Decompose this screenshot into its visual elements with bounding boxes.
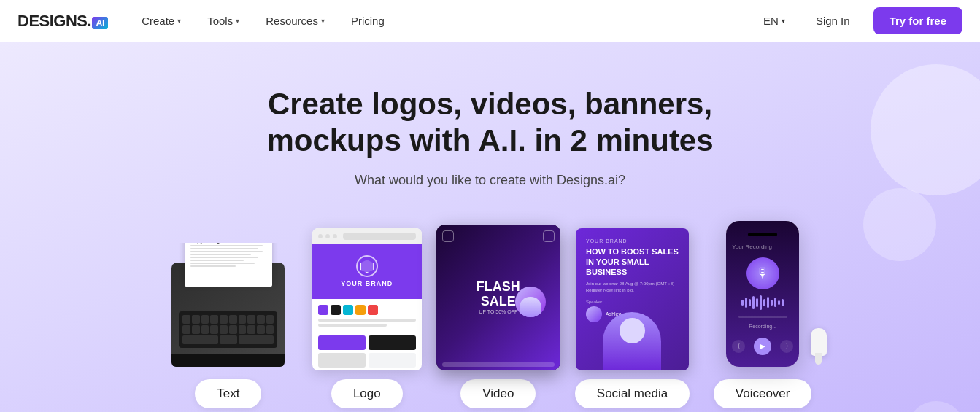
nav-resources[interactable]: Resources ▾: [255, 9, 335, 33]
brand-icon: [356, 255, 378, 277]
brand-icon-inner: [360, 260, 374, 273]
paper-lines: [190, 245, 266, 267]
mic-icon: 🎙: [756, 265, 769, 281]
browser-dot-2: [325, 234, 330, 238]
brand-name-text: YOUR BRAND: [341, 280, 393, 287]
swatch-dark: [331, 305, 341, 315]
hero-subtitle: What would you like to create with Desig…: [355, 173, 625, 188]
wave-5: [756, 298, 758, 307]
phone-forward-btn[interactable]: ⟩: [780, 340, 793, 353]
wave-3: [749, 299, 751, 306]
wave-7: [763, 299, 765, 306]
browser-bar: [312, 228, 422, 244]
brand-grid: [318, 335, 416, 368]
brand-lower: [312, 299, 422, 370]
phone-screen: Your Recording 🎙: [726, 221, 799, 367]
grid-item-purple: [318, 335, 366, 350]
hero-section: Create logos, videos, banners, mockups w…: [0, 42, 980, 412]
logo[interactable]: DESIGNS.AI: [18, 12, 108, 31]
hero-title: Create logos, videos, banners, mockups w…: [206, 86, 775, 160]
create-chevron-icon: ▾: [177, 17, 181, 25]
tablet-icon-left: [442, 230, 454, 242]
phone-play-btn[interactable]: ▶: [754, 338, 771, 355]
tools-chevron-icon: ▾: [236, 17, 239, 25]
logo-card-item: YOUR BRAND: [312, 228, 422, 408]
text-card-button[interactable]: Text: [195, 379, 261, 408]
logo-card-button[interactable]: Logo: [331, 379, 403, 408]
flash-line2: SALE: [477, 295, 520, 309]
nav-tools[interactable]: Tools ▾: [197, 9, 250, 33]
grid-item-dark: [369, 335, 416, 350]
social-person-bg: [603, 312, 661, 370]
phone-rec-label: Recording...: [749, 324, 776, 329]
nav-pricing[interactable]: Pricing: [341, 9, 395, 33]
wave-12: [782, 299, 784, 306]
flash-sub: UP TO 50% OFF: [477, 309, 520, 314]
airpod-body: [811, 328, 827, 356]
phone-back-btn[interactable]: ⟨: [732, 340, 745, 353]
social-card-button[interactable]: Social media: [575, 379, 690, 408]
browser-dot-1: [318, 234, 323, 238]
video-card-button[interactable]: Video: [460, 379, 536, 408]
text-card-item: Copywriting: [159, 243, 298, 408]
logo-card-image: YOUR BRAND: [312, 228, 422, 370]
nav-right: EN ▾ Sign In Try for free: [756, 7, 962, 34]
wave-8: [767, 297, 769, 308]
grid-item-light: [318, 353, 366, 368]
wave-1: [741, 300, 744, 306]
airpod-stem: [815, 353, 822, 365]
address-bar: [343, 233, 416, 240]
social-card-item: YOUR BRAND HOW TO BOOST SALES IN YOUR SM…: [575, 228, 690, 408]
play-icon: ▶: [760, 342, 765, 350]
flash-sale-content: FLASH SALE UP TO 50% OFF: [477, 280, 520, 314]
wave-6: [760, 295, 762, 310]
color-swatches: [318, 305, 416, 315]
swatch-red: [368, 305, 378, 315]
deco-circle: [907, 401, 965, 412]
flash-line1: FLASH: [477, 280, 520, 295]
phone-controls: ⟨ ▶ ⟩: [732, 338, 793, 355]
phone-status: Your Recording: [732, 244, 772, 250]
back-icon: ⟨: [738, 343, 740, 349]
phone-body: Your Recording 🎙: [726, 221, 799, 367]
typewriter-base: [171, 354, 285, 366]
swatch-amber: [355, 305, 366, 315]
phone-mic-circle: 🎙: [746, 257, 779, 289]
forward-icon: ⟩: [786, 343, 788, 349]
social-card-image: YOUR BRAND HOW TO BOOST SALES IN YOUR SM…: [576, 228, 689, 370]
logo-ai-badge: AI: [92, 17, 108, 29]
tablet-screen: FLASH SALE UP TO 50% OFF: [436, 225, 560, 370]
voiceover-card-button[interactable]: Voiceover: [714, 379, 812, 408]
voiceover-card-image: Your Recording 🎙: [704, 217, 821, 370]
brand-text-lines: [318, 319, 416, 329]
sign-in-button[interactable]: Sign In: [804, 9, 862, 33]
grid-item-lighter: [369, 353, 416, 368]
phone-progress: [738, 316, 787, 318]
wave-9: [771, 300, 773, 306]
logo-text-designs: DESIGNS.: [18, 12, 91, 30]
lang-chevron-icon: ▾: [782, 17, 785, 25]
wave-2: [745, 298, 747, 308]
nav-links: Create ▾ Tools ▾ Resources ▾ Pricing: [131, 9, 756, 33]
resources-chevron-icon: ▾: [321, 17, 325, 25]
product-cards-row: Copywriting: [159, 217, 821, 408]
social-person-head: [620, 318, 645, 343]
language-selector[interactable]: EN ▾: [756, 10, 792, 31]
voiceover-card-item: Your Recording 🎙: [704, 217, 821, 408]
tablet-icon-right: [543, 230, 555, 242]
phone-waveform: [741, 295, 784, 310]
swatch-purple: [318, 305, 328, 315]
nav-create[interactable]: Create ▾: [131, 9, 191, 33]
video-card-item: FLASH SALE UP TO 50% OFF Video: [436, 225, 560, 408]
airpods: [811, 328, 827, 356]
try-for-free-button[interactable]: Try for free: [873, 7, 962, 34]
typewriter-paper: Copywriting: [185, 243, 272, 287]
wave-10: [774, 298, 776, 307]
wave-11: [778, 300, 780, 305]
social-brand-label: YOUR BRAND: [586, 238, 679, 244]
text-card-image: Copywriting: [159, 243, 298, 370]
social-card-title: HOW TO BOOST SALES IN YOUR SMALL BUSINES…: [586, 246, 679, 278]
speaker-avatar: [586, 306, 602, 322]
browser-dot-3: [333, 234, 337, 238]
wave-4: [752, 296, 755, 309]
